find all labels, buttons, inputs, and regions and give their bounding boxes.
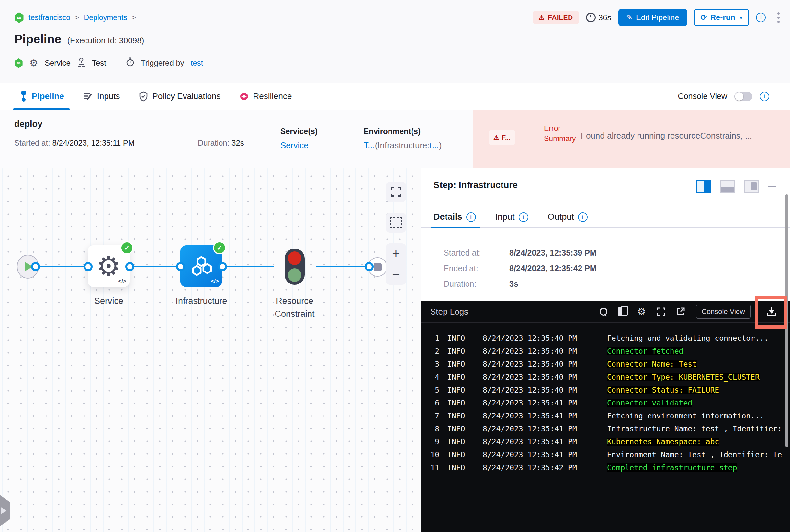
- tab-details[interactable]: Details: [434, 207, 476, 228]
- pipeline-canvas[interactable]: ⚙ ✓ </> ✓ </> Service Infrastructure Res…: [0, 168, 421, 532]
- detail-duration: Duration: 3s: [444, 279, 476, 289]
- warning-icon: ⚠: [493, 134, 499, 141]
- environment-link[interactable]: T...(Infrastructure:t...): [364, 140, 442, 151]
- log-lines[interactable]: 1INFO8/24/2023 12:35:40 PMFetching and v…: [421, 323, 790, 532]
- breadcrumb-project-link[interactable]: testfrancisco: [29, 13, 70, 22]
- node-infrastructure[interactable]: ✓ </>: [180, 245, 222, 287]
- info-icon: [578, 212, 588, 222]
- elapsed-time: 36s: [586, 13, 611, 22]
- log-line: 4INFO8/24/2023 12:35:40 PMConnector Type…: [421, 370, 790, 383]
- log-settings-icon[interactable]: ⚙: [637, 307, 646, 317]
- step-details-panel: Step: Infrastructure Details Input Outpu…: [421, 168, 790, 532]
- rerun-button[interactable]: ⟳ Re-run ▾: [694, 9, 749, 26]
- tab-resilience[interactable]: Resilience: [240, 82, 292, 110]
- tab-output[interactable]: Output: [548, 207, 588, 228]
- divider: [267, 116, 268, 162]
- console-view-button[interactable]: Console View: [696, 304, 751, 319]
- environments-label: Environment(s): [364, 127, 442, 136]
- info-icon[interactable]: [759, 92, 769, 101]
- pipeline-icon: [20, 91, 27, 102]
- tab-policy-evaluations[interactable]: Policy Evaluations: [139, 82, 221, 110]
- log-line: 5INFO8/24/2023 12:35:40 PMConnector Stat…: [421, 383, 790, 396]
- service-link[interactable]: Service: [280, 140, 309, 150]
- success-check-icon: ✓: [121, 242, 133, 254]
- node-label-infrastructure: Infrastructure: [166, 294, 237, 307]
- triggered-by-user-link[interactable]: test: [191, 59, 203, 68]
- stage-duration: Duration: 32s: [198, 138, 244, 148]
- title-row: Pipeline (Execution Id: 30098): [14, 32, 144, 46]
- view-tabbar: Pipeline Inputs Policy Evaluations Resil…: [0, 82, 790, 110]
- port: [84, 262, 93, 271]
- harness-logo-icon: ∞: [14, 12, 24, 23]
- green-light-icon: [288, 268, 301, 282]
- environment-rack-icon: [77, 58, 86, 69]
- annotation-highlight-box: [755, 296, 787, 329]
- info-icon[interactable]: [756, 13, 766, 22]
- marquee-select-button[interactable]: [386, 213, 406, 233]
- info-icon: [519, 212, 528, 222]
- services-label: Service(s): [280, 127, 318, 136]
- stage-name[interactable]: deploy: [14, 119, 42, 129]
- breadcrumb-deployments-link[interactable]: Deployments: [84, 13, 127, 22]
- status-badge: ⚠ FAILED: [533, 11, 579, 24]
- environment-name[interactable]: Test: [92, 59, 106, 68]
- zoom-out-button[interactable]: −: [392, 268, 400, 281]
- step-logs-panel: Step Logs ⚙ Console View: [421, 301, 790, 532]
- node-service[interactable]: ⚙ ✓ </>: [88, 245, 129, 287]
- port: [125, 262, 134, 271]
- tab-input[interactable]: Input: [495, 207, 528, 228]
- header-actions: ⚠ FAILED 36s ✎ Edit Pipeline ⟳ Re-run ▾: [533, 9, 779, 26]
- service-gear-icon: ⚙: [96, 253, 121, 280]
- node-resource-constraint[interactable]: [284, 248, 305, 285]
- open-external-icon[interactable]: [676, 307, 685, 316]
- detail-ended-at: Ended at: 8/24/2023, 12:35:42 PM: [444, 264, 478, 273]
- step-panel-title: Step: Infrastructure: [434, 180, 518, 190]
- log-line: 7INFO8/24/2023 12:35:41 PMFetching envir…: [421, 410, 790, 422]
- edge: [222, 266, 274, 267]
- success-check-icon: ✓: [213, 242, 226, 254]
- edit-pipeline-button[interactable]: ✎ Edit Pipeline: [619, 9, 687, 26]
- failed-mini-badge: ⚠ F...: [489, 130, 515, 145]
- code-icon: </>: [118, 278, 126, 284]
- inputs-icon: [83, 92, 93, 101]
- pipeline-meta-row: ∞ ⚙ Service Test Triggered by test: [14, 56, 203, 71]
- refresh-icon: ⟳: [701, 13, 707, 22]
- tab-pipeline[interactable]: Pipeline: [20, 82, 64, 110]
- edge: [129, 266, 180, 267]
- error-summary-message[interactable]: Found already running resourceConstrains…: [581, 131, 782, 141]
- triggered-by-label: Triggered by: [141, 59, 184, 68]
- fullscreen-icon: [391, 187, 401, 197]
- zoom-in-button[interactable]: +: [392, 247, 400, 260]
- service-gear-icon: ⚙: [30, 58, 38, 68]
- minimize-icon[interactable]: [768, 186, 776, 187]
- breadcrumb-separator: >: [75, 13, 79, 22]
- edge: [316, 266, 371, 267]
- page-header: ∞ testfrancisco > Deployments > Pipeline…: [0, 0, 790, 82]
- console-view-label: Console View: [678, 92, 727, 101]
- error-summary-label: Error Summary: [544, 124, 580, 144]
- split-view-icon[interactable]: [696, 180, 711, 193]
- stage-nav-arrow[interactable]: [0, 495, 10, 526]
- panel-layout-controls: [696, 180, 776, 193]
- breadcrumb-separator: >: [132, 13, 136, 22]
- copy-icon[interactable]: [619, 307, 626, 317]
- red-light-icon: [288, 251, 301, 265]
- log-line: 8INFO8/24/2023 12:35:41 PMInfrastructure…: [421, 422, 790, 435]
- error-summary-bar: ⚠ F... Error Summary Found already runni…: [473, 110, 790, 168]
- console-view-toggle[interactable]: [734, 92, 752, 101]
- search-icon[interactable]: [600, 308, 607, 316]
- step-logs-title: Step Logs: [430, 307, 468, 317]
- code-icon: </>: [211, 278, 219, 284]
- chevron-down-icon: ▾: [740, 15, 742, 21]
- bottom-view-icon[interactable]: [720, 180, 735, 193]
- detail-started-at: Started at: 8/24/2023, 12:35:39 PM: [444, 248, 481, 258]
- breadcrumb: ∞ testfrancisco > Deployments >: [14, 12, 136, 23]
- service-name[interactable]: Service: [45, 59, 71, 68]
- right-view-icon[interactable]: [744, 180, 759, 193]
- expand-icon[interactable]: [657, 307, 665, 316]
- tab-inputs[interactable]: Inputs: [83, 82, 120, 110]
- stage-started-at: Started at: 8/24/2023, 12:35:11 PM: [14, 138, 135, 148]
- info-icon: [466, 212, 476, 222]
- more-options-button[interactable]: [777, 12, 779, 23]
- fullscreen-button[interactable]: [386, 182, 406, 202]
